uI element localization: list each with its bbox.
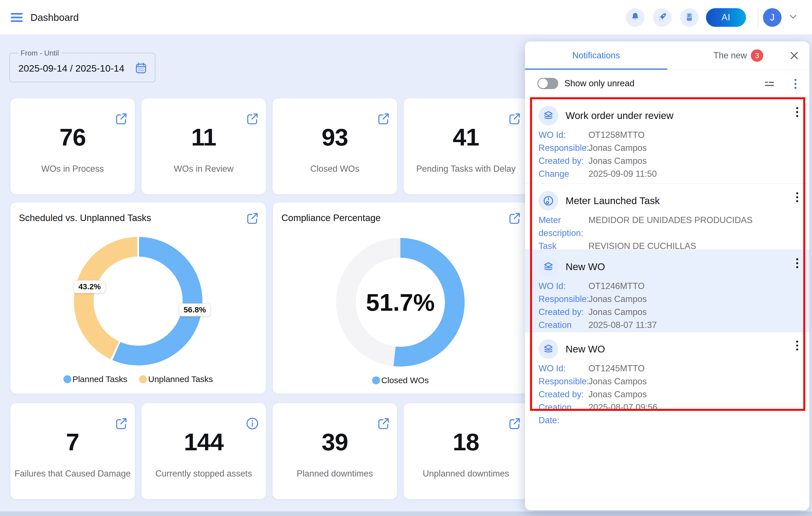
kebab-menu-icon[interactable] (795, 191, 799, 203)
notification-item[interactable]: New WOWO Id:OT1246MTTOResponsible:Jonas … (525, 250, 809, 332)
field-label: WO Id: (539, 280, 588, 293)
legend-item[interactable]: Closed WOs (372, 376, 429, 385)
stat-value: 93 (273, 123, 397, 151)
stat-label: Planned downtimes (273, 469, 397, 479)
chevron-down-icon[interactable] (788, 13, 798, 22)
compliance-percentage-card: Compliance Percentage 51.7% Closed WOs (273, 202, 528, 394)
chart-legend: Planned TasksUnplanned Tasks (10, 374, 266, 384)
stat-label: Failures that Caused Damage (10, 469, 135, 479)
field-value: 2025-08-07 09:56 (588, 401, 658, 427)
compliance-gauge-chart[interactable]: 51.7% (336, 238, 465, 367)
date-range-label: From - Until (18, 49, 62, 58)
stat-card: 93Closed WOs (273, 98, 397, 194)
legend-dot (372, 376, 380, 384)
tasks-donut-chart[interactable] (74, 237, 202, 366)
stat-label: WOs in Process (10, 164, 135, 174)
chart-legend: Closed WOs (273, 376, 528, 385)
page-bottom-strip (0, 512, 812, 516)
notification-title: Work order under review (566, 110, 673, 121)
notification-field: Meter description:MEDIDOR DE UNIDADES PR… (539, 214, 798, 240)
notification-field: Responsible:Jonas Campos (539, 142, 798, 154)
stat-card: 18Unplanned downtimes (404, 403, 528, 499)
stat-label: Unplanned downtimes (404, 469, 528, 479)
date-range-value: 2025-09-14 / 2025-10-14 (18, 63, 124, 74)
stat-value: 11 (142, 123, 266, 151)
field-label: Meter description: (539, 214, 588, 240)
gauge-center-value: 51.7% (366, 288, 435, 316)
page-title: Dashboard (30, 12, 79, 23)
stat-label: WOs in Review (142, 164, 266, 174)
notification-field: WO Id:OT1246MTTO (539, 280, 798, 293)
legend-label: Closed WOs (381, 376, 429, 385)
notification-title: Meter Launched Task (566, 195, 660, 206)
kebab-menu-icon[interactable] (795, 106, 799, 118)
hamburger-menu-icon[interactable] (11, 13, 23, 22)
legend-dot (139, 375, 147, 383)
notification-field: WO Id:OT1245MTTO (539, 362, 798, 375)
kebab-menu-icon[interactable] (795, 257, 799, 269)
stat-label: Currently stopped assets (142, 469, 266, 479)
stat-value: 41 (404, 123, 528, 151)
field-value: Jonas Campos (588, 375, 647, 388)
stat-label: Closed WOs (273, 164, 397, 174)
stat-value: 39 (273, 428, 397, 456)
slice-label-planned: 56.8% (179, 304, 211, 316)
field-label: Created by: (539, 154, 588, 168)
legend-dot (63, 375, 71, 383)
book-icon (684, 12, 694, 23)
notifications-bell-button[interactable] (626, 8, 644, 27)
field-label: Creation Date: (539, 401, 588, 427)
stat-card: 11WOs in Review (142, 98, 266, 194)
stat-label: Pending Tasks with Delay (404, 164, 528, 174)
scheduled-vs-unplanned-card: Scheduled vs. Unplanned Tasks 43.2% 56.8… (10, 202, 266, 394)
stat-card: 144Currently stopped assets (142, 403, 266, 499)
chart-title: Compliance Percentage (281, 212, 381, 223)
notification-field: Creation Date:2025-08-07 09:56 (539, 401, 798, 427)
avatar[interactable]: J (763, 8, 782, 27)
field-label: WO Id: (539, 128, 588, 142)
external-link-icon[interactable] (507, 211, 522, 226)
kebab-menu-icon[interactable] (795, 340, 799, 352)
date-range-field[interactable]: From - Until 2025-09-14 / 2025-10-14 (9, 53, 155, 82)
layers-icon (539, 257, 558, 277)
notification-field: Created by:Jonas Campos (539, 388, 798, 401)
meter-icon (539, 191, 558, 211)
field-value: OT1245MTTO (588, 362, 644, 375)
calendar-icon[interactable] (135, 61, 147, 76)
notifications-panel: Notifications The new 3 Show only unread… (525, 41, 809, 510)
docs-button[interactable] (680, 8, 699, 27)
field-label: Responsible: (539, 142, 588, 154)
notification-field: Responsible:Jonas Campos (539, 293, 798, 306)
layers-icon (539, 339, 558, 359)
field-value: Jonas Campos (588, 154, 647, 168)
notifications-list: Work order under reviewWO Id:OT1258MTTOR… (525, 41, 809, 510)
rocket-icon (657, 12, 667, 23)
field-label: Created by: (539, 388, 588, 401)
notification-item[interactable]: Meter Launched TaskMeter description:MED… (525, 183, 809, 250)
field-value: Jonas Campos (588, 142, 647, 154)
layers-icon (539, 106, 558, 125)
field-label: Created by: (539, 306, 588, 319)
external-link-icon[interactable] (245, 211, 260, 226)
notification-field: Created by:Jonas Campos (539, 306, 798, 319)
field-value: MEDIDOR DE UNIDADES PRODUCIDAS (588, 214, 753, 240)
field-value: Jonas Campos (588, 388, 647, 401)
stat-card: 7Failures that Caused Damage (10, 403, 135, 499)
ai-assistant-button[interactable]: AI (706, 8, 746, 27)
field-value: Jonas Campos (588, 293, 647, 306)
stat-card: 41Pending Tasks with Delay (404, 98, 528, 194)
legend-label: Planned Tasks (72, 374, 127, 384)
notification-title: New WO (566, 261, 605, 273)
notification-item[interactable]: New WOWO Id:OT1245MTTOResponsible:Jonas … (525, 332, 809, 411)
field-value: Jonas Campos (588, 306, 647, 319)
whats-new-button[interactable] (653, 8, 672, 27)
bell-icon (630, 12, 640, 23)
legend-item[interactable]: Planned Tasks (63, 374, 127, 384)
notification-item[interactable]: Work order under reviewWO Id:OT1258MTTOR… (525, 98, 809, 183)
stat-value: 144 (142, 428, 266, 456)
notification-field: WO Id:OT1258MTTO (539, 128, 798, 142)
legend-item[interactable]: Unplanned Tasks (139, 374, 213, 384)
notification-title: New WO (566, 343, 605, 355)
notification-field: Responsible:Jonas Campos (539, 375, 798, 388)
stat-card: 39Planned downtimes (273, 403, 397, 499)
